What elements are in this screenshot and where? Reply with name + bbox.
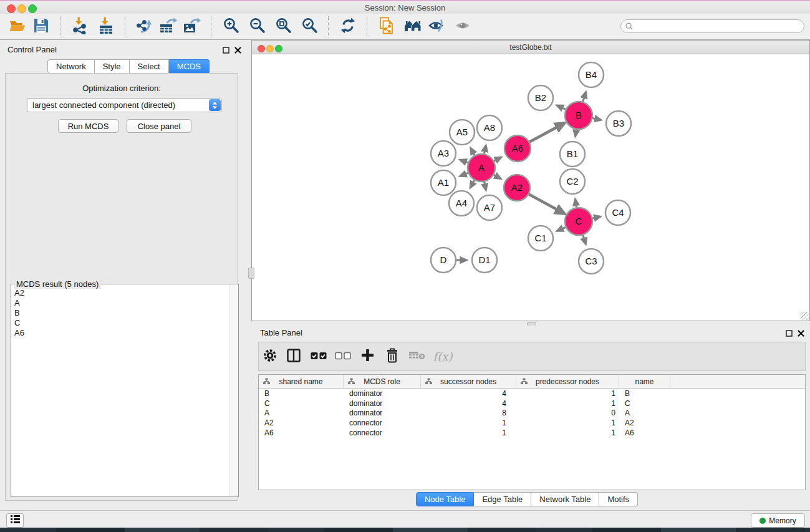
graph-edge-B-B4[interactable] [583,92,586,102]
table-row[interactable]: A2connector11A2 [259,418,805,428]
tab-style[interactable]: Style [95,59,130,74]
graph-edge-A-A5[interactable] [471,148,475,155]
mcds-result-item[interactable]: A [12,298,229,308]
graph-edge-A2-C[interactable] [529,195,564,214]
task-history-button[interactable] [6,513,24,528]
column-header-successor-nodes[interactable]: successor nodes [421,375,516,388]
graph-edge-A-A6[interactable] [494,157,501,161]
table-row[interactable]: Bdominator41B [259,389,805,399]
graph-edge-C-C2[interactable] [575,200,576,208]
mcds-result-item[interactable]: C [12,318,229,328]
zoom-fit-button[interactable] [273,17,293,37]
graph-node-A8[interactable]: A8 [477,115,502,140]
import-table-button[interactable] [96,17,116,37]
graph-node-A[interactable]: A [468,154,495,181]
export-image-button[interactable] [182,17,202,37]
graph-node-C3[interactable]: C3 [579,249,604,274]
graph-node-A1[interactable]: A1 [431,170,456,195]
graph-node-A6[interactable]: A6 [504,135,531,162]
tab-edge-table[interactable]: Edge Table [474,492,531,506]
graph-edge-A-A8[interactable] [485,145,486,153]
deselect-all-columns-button[interactable] [331,347,355,367]
function-builder-button[interactable]: f(x) [428,347,457,367]
zoom-out-button[interactable] [247,17,267,37]
tab-mcds[interactable]: MCDS [169,59,210,74]
graph-node-D[interactable]: D [431,248,456,273]
column-header-MCDS-role[interactable]: MCDS role [344,375,421,388]
graph-edge-A-A7[interactable] [485,182,486,190]
zoom-selected-button[interactable] [299,17,319,37]
network-from-document-button[interactable] [377,17,397,37]
graph-node-C4[interactable]: C4 [605,200,630,225]
graph-edge-B-B3[interactable] [593,118,601,120]
network-canvas[interactable]: AA1A2A3A4A5A6A7A8BB1B2B3B4CC1C2C3C4DD1 [251,54,810,321]
close-panel-icon[interactable] [233,46,242,54]
graph-edge-C-C1[interactable] [557,227,566,231]
graph-node-A3[interactable]: A3 [431,141,456,166]
graph-edge-A-A4[interactable] [470,180,475,188]
show-panel-button[interactable] [453,17,473,37]
float-panel-icon[interactable] [221,46,230,54]
hide-panel-button[interactable] [427,17,446,37]
table-options-button[interactable] [259,347,281,367]
graph-edge-C-C3[interactable] [583,235,586,244]
select-all-columns-button[interactable] [306,347,331,367]
graph-edge-A-A2[interactable] [494,175,501,178]
global-search-field[interactable] [620,19,804,33]
mcds-result-item[interactable]: A2 [12,288,229,298]
float-panel-icon[interactable] [784,329,793,337]
export-table-button[interactable] [158,17,178,37]
criterion-dropdown[interactable]: largest connected component (directed) [27,98,222,112]
search-input[interactable] [634,20,804,32]
vertical-split-handle[interactable] [248,268,254,279]
delete-column-button[interactable] [380,347,405,367]
graph-edge-C-C4[interactable] [592,216,600,218]
save-session-button[interactable] [31,17,51,37]
graph-edge-B-B1[interactable] [576,130,577,137]
graph-node-B2[interactable]: B2 [528,85,553,110]
graph-node-B1[interactable]: B1 [560,142,585,167]
mcds-list-scrollbar[interactable] [229,285,238,496]
graph-node-B3[interactable]: B3 [606,111,631,136]
graph-node-C2[interactable]: C2 [560,169,585,194]
table-row[interactable]: Adominator80A [259,409,805,418]
column-header-shared-name[interactable]: shared name [259,375,344,388]
graph-node-C1[interactable]: C1 [528,226,553,251]
network-window-titlebar[interactable]: testGlobe.txt [251,40,810,54]
apply-layout-button[interactable] [338,17,358,37]
memory-button[interactable]: Memory [751,513,805,528]
window-resize-grip[interactable] [801,312,809,320]
mcds-result-item[interactable]: B [12,308,229,318]
close-panel-icon[interactable] [796,329,805,337]
import-network-button[interactable] [70,17,90,37]
graph-node-D1[interactable]: D1 [472,248,497,273]
open-session-button[interactable] [7,17,27,37]
export-network-button[interactable] [135,17,155,37]
graph-node-B[interactable]: B [565,102,592,129]
graph-node-A5[interactable]: A5 [450,120,475,145]
column-header-predecessor-nodes[interactable]: predecessor nodes [516,375,619,388]
graph-edge-A6-B[interactable] [529,123,564,142]
mcds-result-item[interactable]: A6 [12,328,229,338]
close-panel-button[interactable]: Close panel [127,119,191,133]
tab-motifs[interactable]: Motifs [599,492,638,506]
graph-node-B4[interactable]: B4 [579,62,604,87]
tab-node-table[interactable]: Node Table [416,492,475,506]
graph-edge-B-B2[interactable] [557,105,566,109]
column-header-name[interactable]: name [619,375,670,388]
graph-node-C[interactable]: C [565,208,592,235]
zoom-in-button[interactable] [221,17,241,37]
network-graph[interactable]: AA1A2A3A4A5A6A7A8BB1B2B3B4CC1C2C3C4DD1 [252,54,809,320]
tab-select[interactable]: Select [130,59,169,74]
graph-edge-A-A3[interactable] [460,160,468,163]
graph-edge-A-A1[interactable] [460,173,468,176]
run-mcds-button[interactable]: Run MCDS [58,119,118,133]
graph-node-A7[interactable]: A7 [477,195,502,220]
add-column-button[interactable] [355,347,380,367]
table-row[interactable]: Cdominator41C [259,399,805,409]
tab-network-table[interactable]: Network Table [531,492,599,506]
table-row[interactable]: A6connector11A6 [259,428,805,438]
home-button[interactable] [403,17,423,37]
graph-node-A2[interactable]: A2 [504,175,530,201]
show-columns-button[interactable] [281,347,306,367]
